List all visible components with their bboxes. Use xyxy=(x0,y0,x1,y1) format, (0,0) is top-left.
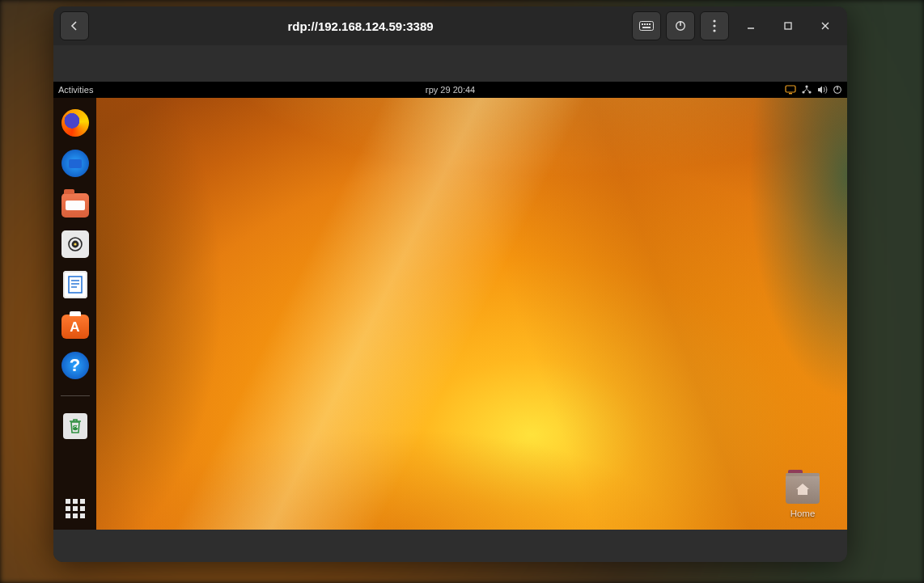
svg-rect-1 xyxy=(642,23,643,25)
firefox-icon xyxy=(61,109,89,137)
files-icon xyxy=(61,193,89,218)
chevron-left-icon xyxy=(69,20,80,32)
keyboard-button[interactable] xyxy=(632,11,661,40)
svg-rect-0 xyxy=(640,22,654,31)
home-icon xyxy=(795,482,811,496)
gnome-top-panel: Activities гру 29 20:44 xyxy=(53,82,847,98)
svg-rect-13 xyxy=(786,86,795,92)
dock-item-software[interactable] xyxy=(61,311,89,339)
writer-icon xyxy=(63,271,87,298)
desktop-icon-label: Home xyxy=(778,509,828,518)
titlebar-action-group xyxy=(632,11,729,40)
close-icon xyxy=(820,21,830,31)
window-bottom-chrome xyxy=(53,530,847,562)
svg-rect-5 xyxy=(642,27,651,28)
dock-item-trash[interactable] xyxy=(61,412,89,440)
folder-icon xyxy=(786,475,820,504)
power-button[interactable] xyxy=(666,11,695,40)
dock-item-help[interactable]: ? xyxy=(61,352,89,379)
svg-rect-14 xyxy=(789,93,792,94)
svg-point-9 xyxy=(713,24,715,27)
svg-point-10 xyxy=(713,29,715,32)
keyboard-icon xyxy=(639,21,654,31)
dock-item-rhythmbox[interactable] xyxy=(61,230,89,258)
power-icon xyxy=(833,85,842,95)
back-button[interactable] xyxy=(60,11,89,40)
network-icon xyxy=(801,85,812,95)
desktop-icon-home[interactable]: Home xyxy=(778,475,828,518)
power-icon xyxy=(674,19,687,32)
panel-system-tray[interactable] xyxy=(785,85,842,95)
svg-point-22 xyxy=(74,243,76,245)
dock-item-writer[interactable] xyxy=(61,271,89,298)
show-applications-button[interactable] xyxy=(66,499,85,518)
maximize-button[interactable] xyxy=(773,11,803,41)
activities-button[interactable]: Activities xyxy=(58,85,93,95)
kebab-icon xyxy=(713,19,716,32)
window-title: rdp://192.168.124.59:3389 xyxy=(95,19,625,33)
dock-item-files[interactable] xyxy=(61,190,89,218)
minimize-icon xyxy=(746,21,756,31)
dock-item-firefox[interactable] xyxy=(61,109,89,137)
volume-icon xyxy=(817,85,828,95)
svg-rect-23 xyxy=(69,277,82,293)
software-icon xyxy=(61,315,89,339)
dock-separator xyxy=(61,395,90,396)
remote-desktop-wallpaper[interactable]: Home xyxy=(96,98,847,530)
remote-framebuffer: Activities гру 29 20:44 ? xyxy=(53,82,847,530)
help-icon: ? xyxy=(61,352,89,379)
speaker-icon xyxy=(61,230,89,258)
thunderbird-icon xyxy=(61,150,89,177)
titlebar: rdp://192.168.124.59:3389 xyxy=(53,6,847,45)
screen-share-icon xyxy=(785,85,796,95)
panel-clock[interactable]: гру 29 20:44 xyxy=(426,85,475,95)
maximize-icon xyxy=(783,21,793,31)
svg-rect-2 xyxy=(644,23,646,25)
svg-rect-12 xyxy=(785,23,791,29)
menu-button[interactable] xyxy=(700,11,729,40)
svg-rect-3 xyxy=(646,23,648,25)
svg-rect-4 xyxy=(649,23,651,25)
dock-item-thunderbird[interactable] xyxy=(61,150,89,177)
svg-point-8 xyxy=(713,19,715,22)
trash-icon xyxy=(63,413,87,439)
minimize-button[interactable] xyxy=(735,11,766,41)
close-button[interactable] xyxy=(810,11,841,41)
rdp-client-window: rdp://192.168.124.59:3389 Activities xyxy=(53,6,847,562)
titlebar-spacer xyxy=(53,45,847,82)
dock: ? xyxy=(53,98,96,530)
